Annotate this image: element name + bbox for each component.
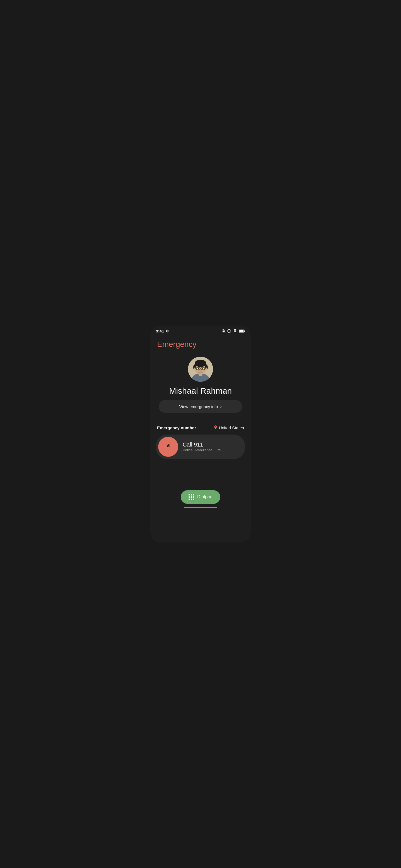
dialpad-dot (193, 496, 194, 498)
asterisk-icon: * (167, 442, 170, 451)
phone-frame: 9:41 ❄ (150, 326, 251, 542)
battery-icon (239, 330, 245, 333)
svg-rect-5 (239, 330, 244, 332)
dialpad-dot (193, 494, 194, 495)
dialpad-label: Dialpad (197, 494, 212, 499)
svg-point-18 (202, 368, 203, 369)
snowflake-icon: ❄ (166, 329, 169, 333)
view-info-label: View emergency info (179, 404, 218, 409)
chevron-right-icon: › (220, 404, 222, 409)
dialpad-icon (189, 494, 194, 500)
user-name: Mishaal Rahman (169, 386, 232, 396)
location-container: United States (213, 425, 244, 430)
emergency-number-label: Emergency number (157, 425, 196, 430)
profile-section: Mishaal Rahman View emergency info › (156, 356, 245, 413)
svg-point-13 (194, 368, 196, 370)
avatar (188, 356, 213, 382)
call-number: Call 911 (183, 441, 203, 448)
bottom-area: Dialpad (156, 465, 245, 542)
svg-point-10 (195, 360, 206, 367)
app-content: Emergency (150, 336, 251, 542)
page-title: Emergency (156, 340, 245, 349)
dialpad-button[interactable]: Dialpad (181, 490, 220, 504)
emergency-call-icon: * (158, 437, 178, 457)
dnd-icon (227, 329, 231, 333)
view-emergency-info-button[interactable]: View emergency info › (159, 400, 242, 413)
svg-point-14 (205, 368, 207, 370)
location-text: United States (219, 425, 244, 430)
avatar-image (188, 356, 213, 382)
call-services: Police, Ambulance, Fire (183, 448, 221, 452)
svg-point-24 (200, 370, 201, 371)
svg-rect-4 (244, 331, 245, 332)
status-bar: 9:41 ❄ (150, 326, 251, 336)
call-911-button[interactable]: * Call 911 Police, Ambulance, Fire (156, 435, 245, 459)
status-icons (222, 329, 245, 333)
call-info: Call 911 Police, Ambulance, Fire (183, 441, 221, 452)
dialpad-dot (191, 494, 192, 495)
status-time: 9:41 (156, 329, 164, 333)
dialpad-dot (189, 494, 190, 495)
dialpad-dot (191, 499, 192, 500)
home-indicator (184, 507, 217, 508)
dialpad-dot (191, 496, 192, 498)
dialpad-dot (189, 496, 190, 498)
svg-point-17 (198, 368, 199, 369)
dialpad-dot (189, 499, 190, 500)
emergency-number-row: Emergency number United States (156, 420, 245, 435)
wifi-icon (233, 330, 237, 333)
bell-mute-icon (222, 329, 226, 333)
dialpad-dot (193, 499, 194, 500)
location-pin-icon (213, 425, 218, 430)
